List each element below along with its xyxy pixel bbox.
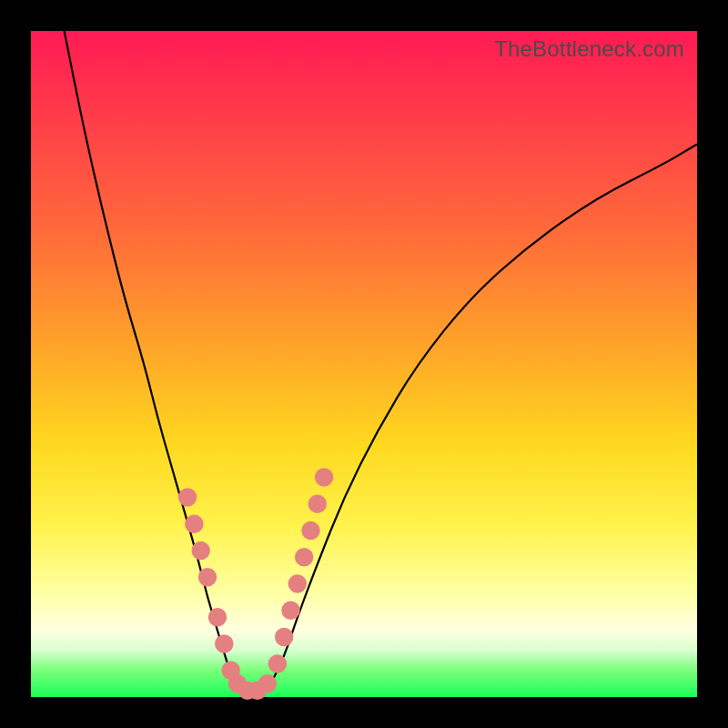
marker-dot [178, 488, 197, 506]
marker-dot [295, 548, 313, 566]
marker-dot [308, 494, 327, 512]
marker-dot [268, 654, 287, 672]
marker-dot [191, 541, 209, 560]
chart-frame: TheBottleneck.com [0, 0, 728, 728]
curve-right-curve [271, 144, 697, 683]
marker-dot [258, 674, 277, 693]
marker-dot [315, 468, 333, 486]
marker-dot [301, 521, 319, 540]
curve-group [65, 31, 697, 691]
marker-dot [281, 602, 299, 620]
plot-area: TheBottleneck.com [31, 31, 697, 697]
marker-dot [275, 628, 293, 646]
marker-dot [198, 568, 217, 586]
chart-svg [31, 31, 697, 697]
marker-dot [185, 514, 203, 532]
marker-dot [208, 608, 227, 626]
marker-dot [215, 634, 233, 652]
marker-dot [288, 574, 307, 592]
